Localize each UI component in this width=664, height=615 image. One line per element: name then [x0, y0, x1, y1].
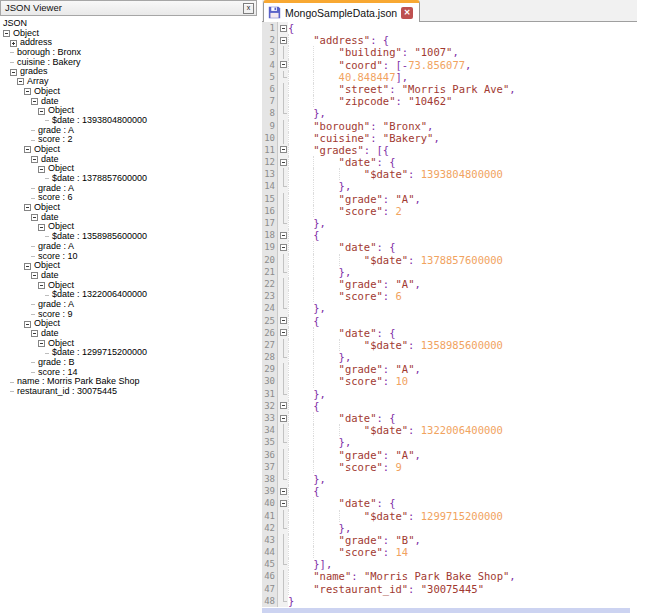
code-text[interactable]: "grade": "A",: [288, 278, 637, 290]
code-text[interactable]: },: [288, 302, 637, 314]
code-text[interactable]: "grade": "A",: [288, 363, 637, 375]
code-line[interactable]: 19"date": {: [262, 241, 637, 253]
tree-node[interactable]: date: [0, 97, 257, 107]
code-line[interactable]: 3"building": "1007",: [262, 46, 637, 58]
code-text[interactable]: },: [288, 388, 637, 400]
fold-collapse-icon[interactable]: [278, 412, 288, 424]
code-line[interactable]: 43"grade": "B",: [262, 534, 637, 546]
fold-collapse-icon[interactable]: [278, 497, 288, 509]
code-text[interactable]: "$date": 1358985600000: [288, 339, 637, 351]
collapse-box-icon[interactable]: [38, 224, 45, 231]
code-text[interactable]: "date": {: [288, 241, 637, 253]
code-line[interactable]: 1{: [262, 22, 637, 34]
code-text[interactable]: "date": {: [288, 497, 637, 509]
code-text[interactable]: {: [288, 400, 637, 412]
code-line[interactable]: 36"grade": "A",: [262, 449, 637, 461]
code-line[interactable]: 15"grade": "A",: [262, 193, 637, 205]
collapse-box-icon[interactable]: [24, 321, 31, 328]
code-line[interactable]: 8},: [262, 107, 637, 119]
collapse-box-icon[interactable]: [38, 166, 45, 173]
collapse-box-icon[interactable]: [31, 272, 38, 279]
tree-node[interactable]: Object: [0, 203, 257, 213]
code-line[interactable]: 4"coord": [-73.856077,: [262, 59, 637, 71]
code-text[interactable]: "score": 2: [288, 205, 637, 217]
fold-collapse-icon[interactable]: [278, 144, 288, 156]
code-text[interactable]: "date": {: [288, 156, 637, 168]
code-line[interactable]: 9"borough": "Bronx",: [262, 120, 637, 132]
code-text[interactable]: "$date": 1322006400000: [288, 424, 637, 436]
code-line[interactable]: 30"score": 10: [262, 375, 637, 387]
code-text[interactable]: },: [288, 180, 637, 192]
collapse-box-icon[interactable]: [3, 30, 10, 37]
code-text[interactable]: "building": "1007",: [288, 46, 637, 58]
tree-node[interactable]: date: [0, 329, 257, 339]
fold-collapse-icon[interactable]: [278, 315, 288, 327]
fold-collapse-icon[interactable]: [278, 327, 288, 339]
expand-box-icon[interactable]: [10, 40, 17, 47]
code-line[interactable]: 33"date": {: [262, 412, 637, 424]
code-line[interactable]: 34"$date": 1322006400000: [262, 424, 637, 436]
collapse-box-icon[interactable]: [31, 156, 38, 163]
tab-mongosampledata[interactable]: MongoSampleData.json ✕: [263, 0, 420, 22]
code-text[interactable]: "grades": [{: [288, 144, 637, 156]
code-line[interactable]: 12"date": {: [262, 156, 637, 168]
code-text[interactable]: "name": "Morris Park Bake Shop",: [288, 570, 637, 582]
code-line[interactable]: 18{: [262, 229, 637, 241]
code-line[interactable]: 46"name": "Morris Park Bake Shop",: [262, 570, 637, 582]
tab-close-icon[interactable]: ✕: [401, 7, 413, 19]
tree-node[interactable]: Object: [0, 87, 257, 97]
collapse-box-icon[interactable]: [31, 214, 38, 221]
code-line[interactable]: 39{: [262, 485, 637, 497]
code-line[interactable]: 38},: [262, 473, 637, 485]
code-text[interactable]: {: [288, 315, 637, 327]
code-line[interactable]: 29"grade": "A",: [262, 363, 637, 375]
collapse-box-icon[interactable]: [31, 98, 38, 105]
code-line[interactable]: 10"cuisine": "Bakery",: [262, 132, 637, 144]
fold-collapse-icon[interactable]: [278, 59, 288, 71]
code-line[interactable]: 7"zipcode": "10462": [262, 95, 637, 107]
fold-collapse-icon[interactable]: [278, 22, 288, 34]
code-line[interactable]: 11"grades": [{: [262, 144, 637, 156]
code-line[interactable]: 40"date": {: [262, 497, 637, 509]
code-text[interactable]: "restaurant_id": "30075445": [288, 583, 637, 595]
code-line[interactable]: 6"street": "Morris Park Ave",: [262, 83, 637, 95]
code-line[interactable]: 27"$date": 1358985600000: [262, 339, 637, 351]
code-text[interactable]: "borough": "Bronx",: [288, 120, 637, 132]
code-text[interactable]: "$date": 1378857600000: [288, 254, 637, 266]
code-text[interactable]: "$date": 1299715200000: [288, 510, 637, 522]
code-text[interactable]: "$date": 1393804800000: [288, 168, 637, 180]
code-text[interactable]: "cuisine": "Bakery",: [288, 132, 637, 144]
code-text[interactable]: "date": {: [288, 327, 637, 339]
code-text[interactable]: {: [288, 22, 637, 34]
tree-node[interactable]: Object: [0, 319, 257, 329]
fold-collapse-icon[interactable]: [278, 34, 288, 46]
code-text[interactable]: },: [288, 351, 637, 363]
code-text[interactable]: "grade": "B",: [288, 534, 637, 546]
tree-node[interactable]: date: [0, 213, 257, 223]
tree-node[interactable]: Object: [0, 261, 257, 271]
code-text[interactable]: "score": 6: [288, 290, 637, 302]
code-text[interactable]: "coord": [-73.856077,: [288, 59, 637, 71]
code-line[interactable]: 45}],: [262, 558, 637, 570]
code-text[interactable]: },: [288, 217, 637, 229]
fold-collapse-icon[interactable]: [278, 400, 288, 412]
code-line[interactable]: 23"score": 6: [262, 290, 637, 302]
collapse-box-icon[interactable]: [38, 340, 45, 347]
code-line[interactable]: 22"grade": "A",: [262, 278, 637, 290]
code-line[interactable]: 2"address": {: [262, 34, 637, 46]
tree-node[interactable]: Object: [0, 145, 257, 155]
fold-collapse-icon[interactable]: [278, 156, 288, 168]
code-text[interactable]: 40.848447],: [288, 71, 637, 83]
tree-node[interactable]: date: [0, 155, 257, 165]
code-text[interactable]: "date": {: [288, 412, 637, 424]
code-line[interactable]: 26"date": {: [262, 327, 637, 339]
code-line[interactable]: 17},: [262, 217, 637, 229]
code-line[interactable]: 540.848447],: [262, 71, 637, 83]
code-text[interactable]: "street": "Morris Park Ave",: [288, 83, 637, 95]
code-text[interactable]: },: [288, 266, 637, 278]
code-text[interactable]: }],: [288, 558, 637, 570]
code-text[interactable]: },: [288, 522, 637, 534]
code-line[interactable]: 16"score": 2: [262, 205, 637, 217]
code-line[interactable]: 31},: [262, 388, 637, 400]
collapse-box-icon[interactable]: [38, 108, 45, 115]
